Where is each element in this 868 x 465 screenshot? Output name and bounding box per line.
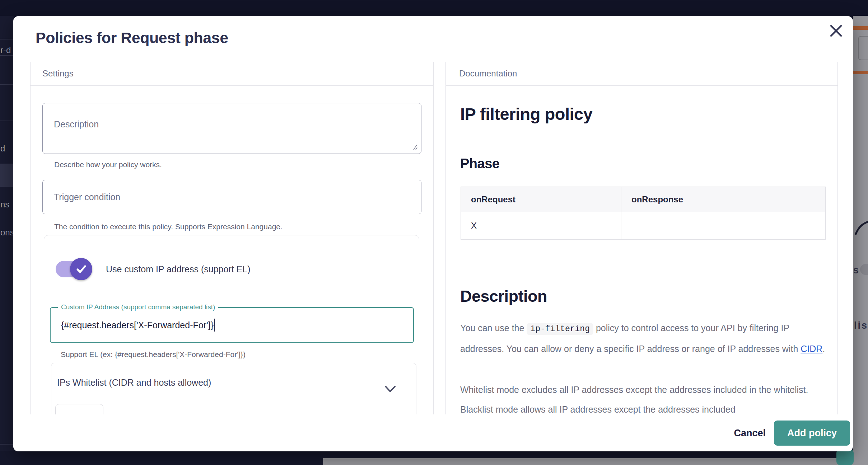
background-bottom-content	[323, 458, 868, 465]
phase-table-row: X	[461, 212, 826, 240]
close-icon	[829, 24, 843, 38]
whitelist-partial-control	[55, 404, 103, 414]
check-icon	[75, 263, 87, 275]
sidebar-divider	[0, 121, 14, 121]
trigger-condition-hint: The condition to execute this policy. Su…	[54, 222, 283, 231]
sidebar-divider	[0, 84, 14, 85]
sidebar-item-fragment: ns	[0, 199, 9, 210]
add-policy-dialog: Policies for Request phase Settings Desc…	[13, 16, 853, 451]
background-teal-element	[836, 449, 854, 465]
cidr-link[interactable]: CIDR	[801, 344, 822, 354]
chevron-down-icon[interactable]	[384, 385, 396, 393]
custom-ip-toggle-label: Use custom IP address (support EL)	[106, 264, 251, 274]
background-rust-bar	[853, 26, 868, 30]
background-top-bar	[0, 0, 868, 16]
trigger-condition-placeholder: Trigger condition	[54, 192, 120, 202]
sidebar-divider	[0, 39, 14, 39]
custom-ip-toggle[interactable]	[56, 258, 92, 281]
custom-ip-input-value: {#request.headers['X-Forwarded-For']}	[61, 320, 214, 330]
documentation-panel: Documentation IP filtering policy Phase …	[445, 62, 838, 414]
background-rust-bar	[853, 71, 868, 74]
phase-table-header-onrequest: onRequest	[461, 187, 621, 212]
description-hint: Describe how your policy works.	[54, 160, 162, 169]
custom-ip-toggle-row: Use custom IP address (support EL)	[56, 258, 251, 281]
pencil-icon	[854, 220, 868, 235]
text-cursor	[214, 319, 215, 332]
ips-whitelist-expansion-panel[interactable]: IPs Whitelist (CIDR and hosts allowed)	[51, 363, 416, 414]
ips-whitelist-label: IPs Whitelist (CIDR and hosts allowed)	[57, 377, 211, 388]
sidebar-item-fragment: r-d	[0, 45, 11, 55]
background-text-fragment: lis	[854, 320, 868, 331]
phase-table-header-onresponse: onResponse	[621, 187, 826, 212]
doc-phase-heading: Phase	[460, 156, 499, 172]
description-placeholder: Description	[54, 119, 99, 130]
resize-handle-icon[interactable]	[411, 144, 418, 150]
toggle-thumb	[70, 258, 92, 280]
doc-policy-title: IP filtering policy	[460, 104, 592, 124]
doc-inline-code: ip-filtering	[527, 323, 593, 335]
settings-panel: Settings Description Describe how your p…	[30, 62, 434, 414]
description-textarea[interactable]: Description	[42, 103, 421, 154]
custom-ip-input-label: Custom IP Address (support comma separat…	[58, 303, 218, 311]
custom-ip-input[interactable]: Custom IP Address (support comma separat…	[50, 307, 414, 343]
background-right-edge: s lis	[853, 16, 868, 465]
doc-p1-text: .	[822, 344, 825, 354]
phase-table-cell-onresponse	[621, 212, 826, 240]
custom-ip-group-card: Use custom IP address (support EL) Custo…	[44, 235, 419, 414]
phase-table: onRequest onResponse X	[461, 187, 826, 240]
sidebar-divider	[0, 444, 14, 445]
doc-paragraph-2: Whitelist mode excludes all IP addresses…	[460, 380, 827, 414]
background-button-edge	[858, 36, 868, 60]
close-button[interactable]	[827, 22, 845, 40]
custom-ip-hint: Support EL (ex: {#request.headers['X-For…	[61, 350, 246, 359]
doc-description-heading: Description	[460, 287, 547, 306]
trigger-condition-input[interactable]: Trigger condition	[42, 180, 421, 214]
add-policy-button[interactable]: Add policy	[774, 421, 850, 446]
settings-panel-header: Settings	[31, 62, 433, 86]
doc-p1-text: You can use the	[460, 323, 527, 333]
phase-table-header-row: onRequest onResponse	[461, 187, 826, 212]
sidebar-divider	[0, 55, 14, 56]
background-sidebar: r-d d ns ons	[0, 16, 14, 451]
sidebar-item-fragment: ons	[0, 227, 14, 238]
documentation-panel-header: Documentation	[446, 62, 837, 86]
cancel-button[interactable]: Cancel	[734, 421, 766, 446]
sidebar-selected-item	[0, 164, 14, 187]
background-text-fragment: s	[853, 265, 859, 276]
doc-paragraph-1: You can use the ip-filtering policy to c…	[460, 318, 827, 359]
doc-divider	[461, 272, 826, 272]
background-pill	[860, 264, 868, 275]
phase-table-cell-onrequest: X	[461, 212, 621, 240]
sidebar-item-fragment: d	[0, 144, 5, 154]
dialog-title: Policies for Request phase	[36, 29, 228, 47]
